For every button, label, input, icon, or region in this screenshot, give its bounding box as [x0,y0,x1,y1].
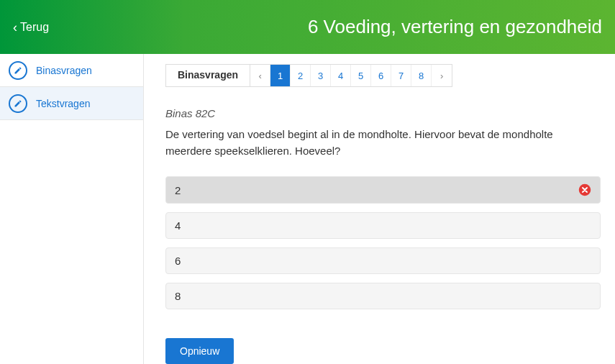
chevron-left-icon: ‹ [13,21,17,34]
pagination-page-7[interactable]: 7 [391,65,411,86]
body: Binasvragen Tekstvragen Binasvragen ‹ 1 … [0,54,615,364]
answer-label: 4 [175,219,181,232]
answer-label: 6 [175,255,181,267]
pagination: Binasvragen ‹ 1 2 3 4 5 6 7 8 › [165,64,452,87]
answer-label: 2 [175,184,181,196]
answer-label: 8 [175,290,181,302]
pagination-page-1[interactable]: 1 [270,65,291,86]
pagination-page-2[interactable]: 2 [291,65,311,86]
chevron-right-icon: › [440,70,443,81]
sidebar-item-label: Binasvragen [36,65,92,76]
chevron-left-icon: ‹ [258,70,261,81]
answer-option[interactable]: 4 [165,212,601,239]
pagination-page-6[interactable]: 6 [371,65,391,86]
pagination-prev[interactable]: ‹ [250,65,270,86]
answer-option[interactable]: 8 [165,283,601,309]
answer-option[interactable]: 6 [165,247,601,274]
answer-option[interactable]: 2 [165,176,601,204]
pagination-page-5[interactable]: 5 [351,65,371,86]
pagination-next[interactable]: › [432,65,452,86]
pagination-page-3[interactable]: 3 [311,65,331,86]
page-title: 6 Voeding, vertering en gezondheid [308,16,602,38]
pencil-icon [9,61,27,80]
pagination-page-8[interactable]: 8 [411,65,432,86]
question-source: Binas 82C [165,107,601,119]
sidebar-item-binasvragen[interactable]: Binasvragen [0,54,143,87]
pagination-label: Binasvragen [166,65,250,86]
retry-button[interactable]: Opnieuw [165,338,234,364]
pagination-page-4[interactable]: 4 [331,65,351,86]
back-label: Terug [20,21,49,34]
back-button[interactable]: ‹ Terug [13,21,49,34]
app-header: ‹ Terug 6 Voeding, vertering en gezondhe… [0,0,615,54]
sidebar: Binasvragen Tekstvragen [0,54,144,364]
sidebar-item-tekstvragen[interactable]: Tekstvragen [0,87,143,120]
sidebar-item-label: Tekstvragen [36,98,90,109]
answer-options: 2 4 6 8 [165,176,601,309]
main-content: Binasvragen ‹ 1 2 3 4 5 6 7 8 › Binas 82… [144,54,615,364]
pencil-icon [9,94,27,113]
wrong-icon [578,183,591,196]
question-text: De vertering van voedsel begint al in de… [165,127,554,159]
